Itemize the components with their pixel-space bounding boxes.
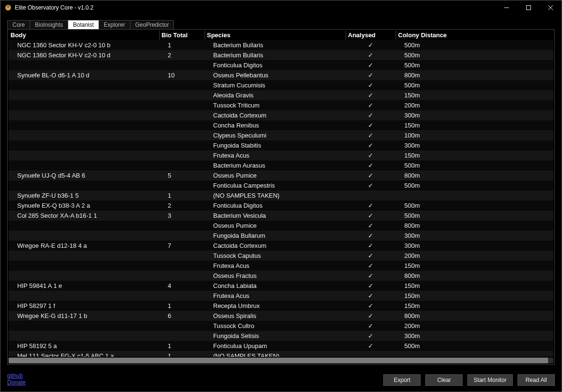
table-row[interactable]: Wregoe KE-G d11-17 1 b6Osseus Spiralis✓8… <box>9 311 553 321</box>
table-row[interactable]: HIP 59841 A 1 e4Concha Labiata✓150m <box>9 281 553 291</box>
table-row[interactable]: Synuefe BL-O d6-1 A 10 d10Osseus Pelleba… <box>9 70 553 80</box>
cell-body: NGC 1360 Sector KH-V c2-0 10 b <box>9 41 159 49</box>
cell-body <box>9 85 159 86</box>
close-button[interactable] <box>540 0 562 15</box>
table-row[interactable]: NGC 1360 Sector KH-V c2-0 10 b1Bacterium… <box>9 40 553 50</box>
table-row[interactable]: Synuefe ZF-U b36-1 51(NO SAMPLES TAKEN) <box>9 191 553 201</box>
table-row[interactable]: Col 285 Sector XA-A b16-1 13Bacterium Ve… <box>9 211 553 221</box>
cell-species: (NO SAMPLES TAKEN) <box>205 191 346 200</box>
table-row[interactable]: Osseus Pumice✓800m <box>9 221 553 231</box>
cell-species: Fungoida Bullarum <box>205 232 346 240</box>
cell-colony-distance: 500m <box>396 81 553 89</box>
cell-body <box>9 265 159 266</box>
grid-body[interactable]: NGC 1360 Sector KH-V c2-0 10 b1Bacterium… <box>9 40 553 357</box>
cell-bio-total <box>159 185 205 186</box>
table-row[interactable]: Fungoida Stabitis✓300m <box>9 140 553 150</box>
cell-body <box>9 105 159 106</box>
horizontal-scrollbar-thumb[interactable] <box>9 358 548 363</box>
cell-bio-total: 4 <box>159 282 205 290</box>
table-row[interactable]: Fonticulua Digitos✓500m <box>9 60 553 70</box>
table-row[interactable]: Wregoe RA-E d12-18 4 a7Cactoida Cortexum… <box>9 241 553 251</box>
cell-colony-distance: 300m <box>396 111 553 119</box>
col-header-biototal[interactable]: Bio Total <box>159 31 205 40</box>
cell-bio-total: 2 <box>159 201 205 210</box>
cell-body <box>9 165 159 166</box>
cell-bio-total <box>159 265 205 266</box>
table-row[interactable]: Tussock Triticum✓200m <box>9 100 553 110</box>
cell-analysed: ✓ <box>346 342 396 350</box>
col-header-species[interactable]: Species <box>205 31 346 40</box>
cell-bio-total <box>159 105 205 106</box>
tab-core[interactable]: Core <box>7 20 30 29</box>
cell-colony-distance: 150m <box>396 302 553 310</box>
table-row[interactable]: Cactoida Cortexum✓300m <box>9 110 553 120</box>
maximize-button[interactable] <box>518 0 540 15</box>
cell-bio-total <box>159 135 205 136</box>
cell-species: Fonticulua Campestris <box>205 181 346 190</box>
table-row[interactable]: Mel 111 Sector FG-X c1-5 ABC 1 a1(NO SAM… <box>9 351 553 357</box>
table-row[interactable]: Bacterium Aurasus✓500m <box>9 160 553 170</box>
clear-button[interactable]: Clear <box>425 374 463 386</box>
minimize-button[interactable] <box>496 0 518 15</box>
donate-link[interactable]: Donate <box>7 379 26 386</box>
table-row[interactable]: HIP 58297 1 f1Recepta Umbrux✓150m <box>9 301 553 311</box>
table-row[interactable]: Clypeus Speculumi✓100m <box>9 130 553 140</box>
table-row[interactable]: NGC 1360 Sector KH-V c2-0 10 d2Bacterium… <box>9 50 553 60</box>
cell-colony-distance: 300m <box>396 242 553 250</box>
cell-colony-distance: 300m <box>396 332 553 340</box>
tab-bioinsights[interactable]: BioInsights <box>30 20 68 29</box>
cell-bio-total: 3 <box>159 212 205 220</box>
horizontal-scrollbar[interactable] <box>9 358 553 363</box>
col-header-analysed[interactable]: Analysed <box>346 31 396 40</box>
table-row[interactable]: Fonticulua Campestris✓500m <box>9 180 553 191</box>
tab-geopredictor[interactable]: GeoPredictor <box>130 20 174 29</box>
cell-analysed: ✓ <box>346 91 396 99</box>
cell-analysed: ✓ <box>346 121 396 129</box>
table-row[interactable]: Osseus Fractus✓800m <box>9 271 553 281</box>
cell-species: Bacterium Bullaris <box>205 41 346 49</box>
read-all-button[interactable]: Read All <box>518 374 555 386</box>
col-header-colony[interactable]: Colony Distance <box>396 31 553 40</box>
cell-body <box>9 326 159 327</box>
col-header-body[interactable]: Body <box>9 31 159 40</box>
cell-colony-distance: 200m <box>396 101 553 109</box>
cell-body <box>9 225 159 226</box>
table-row[interactable]: Tussock Caputus✓200m <box>9 251 553 261</box>
table-row[interactable]: Synuefe UJ-Q d5-4 AB 65Osseus Pumice✓800… <box>9 170 553 180</box>
cell-bio-total: 1 <box>159 41 205 49</box>
cell-species: Frutexa Acus <box>205 262 346 270</box>
export-button[interactable]: Export <box>383 374 421 386</box>
tab-botanist[interactable]: Botanist <box>68 20 99 29</box>
table-row[interactable]: Aleoida Gravis✓150m <box>9 90 553 100</box>
cell-analysed: ✓ <box>346 232 396 240</box>
start-monitor-button[interactable]: Start Monitor <box>467 374 513 386</box>
cell-bio-total <box>159 336 205 337</box>
cell-species: Concha Labiata <box>205 282 346 290</box>
window-title: Elite Observatory Core - v1.0.2 <box>15 4 94 11</box>
table-row[interactable]: Tussock Cultro✓200m <box>9 321 553 331</box>
table-row[interactable]: Frutexa Acus✓150m <box>9 291 553 301</box>
table-row[interactable]: Stratum Cucumisis✓500m <box>9 80 553 90</box>
cell-bio-total <box>159 115 205 116</box>
table-row[interactable]: Frutexa Acus✓150m <box>9 261 553 271</box>
github-link[interactable]: github <box>7 372 26 379</box>
cell-species: Fungoida Setisis <box>205 332 346 340</box>
cell-colony-distance: 800m <box>396 272 553 280</box>
tab-explorer[interactable]: Explorer <box>98 20 130 29</box>
cell-body <box>9 125 159 126</box>
cell-bio-total <box>159 125 205 126</box>
svg-rect-3 <box>527 6 531 10</box>
table-row[interactable]: HIP 58192 5 a1Fonticulua Upupam✓500m <box>9 341 553 351</box>
cell-analysed: ✓ <box>346 272 396 280</box>
cell-colony-distance: 800m <box>396 222 553 230</box>
cell-analysed: ✓ <box>346 312 396 320</box>
cell-analysed: ✓ <box>346 302 396 310</box>
cell-body: Wregoe RA-E d12-18 4 a <box>9 242 159 250</box>
cell-analysed: ✓ <box>346 201 396 210</box>
cell-colony-distance: 500m <box>396 41 553 49</box>
table-row[interactable]: Concha Renibus✓150m <box>9 120 553 130</box>
table-row[interactable]: Fungoida Bullarum✓300m <box>9 231 553 241</box>
table-row[interactable]: Synuefe EX-Q b38-3 A 2 a2Fonticulua Digi… <box>9 201 553 211</box>
table-row[interactable]: Fungoida Setisis✓300m <box>9 331 553 341</box>
table-row[interactable]: Frutexa Acus✓150m <box>9 150 553 160</box>
